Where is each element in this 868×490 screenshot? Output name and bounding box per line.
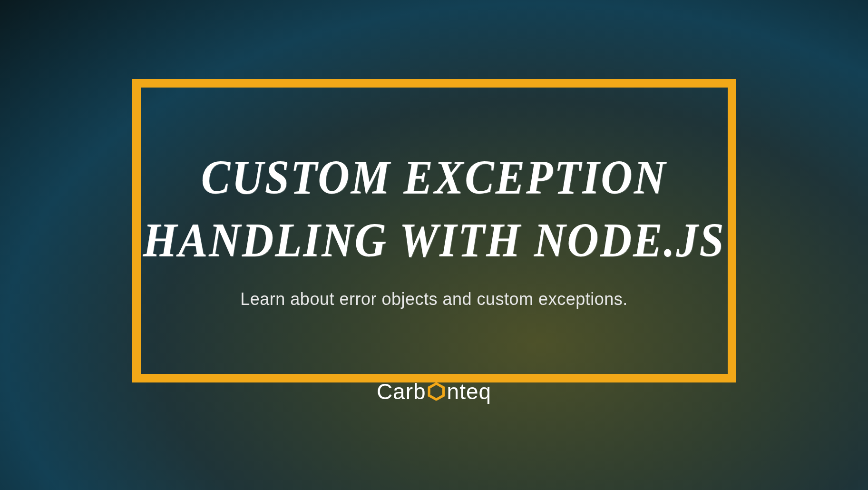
- content-frame: CUSTOM EXCEPTION HANDLING WITH NODE.JS L…: [132, 79, 736, 382]
- main-title: CUSTOM EXCEPTION HANDLING WITH NODE.JS: [141, 147, 728, 272]
- hexagon-icon: [427, 382, 446, 401]
- svg-marker-0: [429, 383, 443, 399]
- brand-suffix: nteq: [447, 379, 492, 404]
- brand-prefix: Carb: [377, 379, 426, 404]
- subtitle: Learn about error objects and custom exc…: [240, 289, 627, 309]
- brand-logo: Carb nteq: [377, 379, 491, 404]
